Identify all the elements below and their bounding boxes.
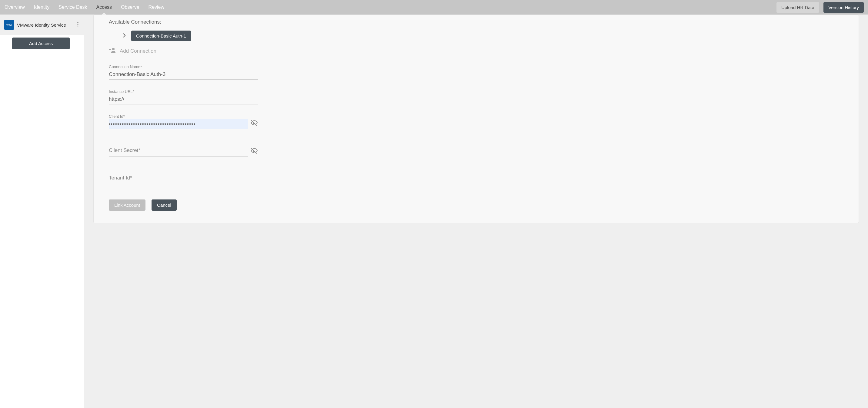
nav-tabs: Overview Identity Service Desk Access Ob… (0, 0, 169, 14)
add-connection-label: Add Connection (120, 48, 156, 54)
add-access-button[interactable]: Add Access (12, 37, 70, 49)
connection-name-input[interactable] (109, 70, 258, 79)
client-secret-field: Client Secret* (109, 142, 258, 157)
top-nav: Overview Identity Service Desk Access Ob… (0, 0, 868, 14)
add-person-icon (109, 47, 116, 55)
instance-url-input[interactable] (109, 95, 258, 104)
nav-access[interactable]: Access (92, 0, 117, 14)
cancel-button[interactable]: Cancel (152, 200, 177, 211)
connection-name-label: Connection Name* (109, 65, 258, 69)
instance-url-label: Instance URL* (109, 89, 258, 94)
version-history-button[interactable]: Version History (824, 2, 864, 13)
access-card: Available Connections: Connection-Basic … (93, 14, 859, 223)
nav-observe[interactable]: Observe (116, 0, 144, 14)
connection-row: Connection-Basic Auth-1 (109, 31, 843, 41)
nav-review[interactable]: Review (144, 0, 169, 14)
connection-chip[interactable]: Connection-Basic Auth-1 (131, 31, 191, 41)
sidebar-actions: Add Access (0, 35, 84, 56)
tenant-id-field: Tenant Id* (109, 170, 258, 184)
svg-point-0 (77, 22, 78, 23)
form-actions: Link Account Cancel (109, 200, 843, 211)
service-row[interactable]: vmw VMware Identity Service (0, 14, 84, 35)
service-name: VMware Identity Service (17, 23, 73, 28)
nav-identity[interactable]: Identity (29, 0, 54, 14)
content-area: Available Connections: Connection-Basic … (84, 14, 868, 408)
connection-name-field: Connection Name* (109, 65, 258, 79)
visibility-off-icon[interactable] (251, 119, 258, 128)
instance-url-field: Instance URL* (109, 89, 258, 104)
svg-point-1 (77, 24, 78, 25)
vmware-logo-icon: vmw (4, 20, 14, 30)
available-connections-label: Available Connections: (109, 19, 843, 25)
client-id-field: Client Id* (109, 114, 258, 129)
svg-point-2 (77, 26, 78, 26)
client-secret-input[interactable] (109, 142, 248, 157)
main-wrap: vmw VMware Identity Service Add Access A… (0, 14, 868, 408)
link-account-button[interactable]: Link Account (109, 200, 146, 211)
client-id-input[interactable] (109, 119, 248, 129)
svg-point-3 (112, 48, 115, 50)
visibility-off-icon[interactable] (251, 147, 258, 155)
nav-actions: Upload HR Data Version History (776, 2, 864, 13)
sidebar: vmw VMware Identity Service Add Access (0, 14, 84, 408)
upload-hr-button[interactable]: Upload HR Data (776, 2, 819, 13)
client-id-label: Client Id* (109, 114, 258, 118)
nav-service-desk[interactable]: Service Desk (54, 0, 92, 14)
add-connection-button[interactable]: Add Connection (109, 47, 843, 55)
chevron-right-icon[interactable] (123, 33, 126, 39)
tenant-id-input[interactable] (109, 170, 258, 184)
kebab-menu-icon[interactable] (76, 21, 80, 29)
nav-overview[interactable]: Overview (0, 0, 29, 14)
svg-rect-5 (110, 48, 110, 51)
